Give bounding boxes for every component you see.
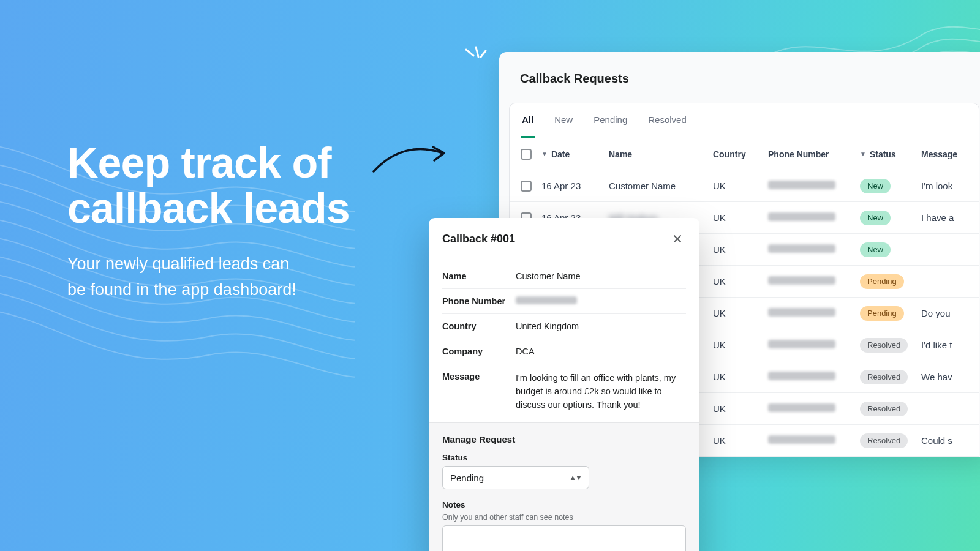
cell-country: UK: [713, 403, 768, 414]
notes-field-help: Only you and other staff can see notes: [442, 513, 686, 522]
notes-textarea[interactable]: [442, 525, 686, 551]
hero-subtitle: Your newly qualified leads can be found …: [67, 252, 435, 303]
status-badge: New: [860, 211, 891, 225]
cell-phone: [768, 435, 860, 446]
arrow-icon: [371, 142, 450, 179]
field-name-label: Name: [442, 271, 516, 281]
field-name-value: Customer Name: [516, 271, 686, 281]
tab-new[interactable]: New: [553, 103, 574, 138]
cell-country: UK: [713, 276, 768, 287]
field-message-value: I'm looking to fill an office with plant…: [516, 372, 686, 411]
status-badge: New: [860, 179, 891, 193]
column-status-label: Status: [870, 149, 896, 159]
cell-phone: [768, 244, 860, 255]
cell-phone: [768, 212, 860, 223]
column-date[interactable]: ▼Date: [541, 149, 609, 159]
cell-phone: [768, 308, 860, 318]
cell-country: UK: [713, 308, 768, 318]
status-badge: Resolved: [860, 370, 908, 384]
modal-title: Callback #001: [442, 233, 515, 246]
cell-status: Resolved: [860, 433, 921, 448]
cell-message: I'm look: [921, 181, 980, 191]
sort-caret-icon: ▼: [860, 151, 866, 157]
field-country-value: United Kingdom: [516, 321, 686, 331]
tab-pending[interactable]: Pending: [592, 103, 628, 138]
field-country-label: Country: [442, 321, 516, 331]
sort-caret-icon: ▼: [541, 151, 548, 157]
status-field-label: Status: [442, 453, 686, 462]
cell-name: Customer Name: [609, 181, 713, 191]
status-select[interactable]: Pending ▲▼: [442, 466, 589, 489]
column-country[interactable]: Country: [713, 149, 768, 159]
cell-phone: [768, 276, 860, 287]
status-badge: New: [860, 242, 891, 257]
svg-line-0: [466, 50, 473, 56]
cell-status: Pending: [860, 274, 921, 289]
status-select-value: Pending: [450, 473, 484, 483]
spark-icon: [462, 46, 489, 68]
cell-status: Resolved: [860, 402, 921, 416]
cell-message: Do you: [921, 308, 980, 318]
select-all-checkbox[interactable]: [521, 149, 532, 160]
row-checkbox[interactable]: [521, 181, 532, 192]
cell-country: UK: [713, 181, 768, 191]
tab-resolved[interactable]: Resolved: [647, 103, 688, 138]
field-company-value: DCA: [516, 347, 686, 356]
status-tabs: All New Pending Resolved: [509, 103, 979, 138]
column-status[interactable]: ▼Status: [860, 149, 921, 159]
cell-status: Pending: [860, 306, 921, 321]
cell-date: 16 Apr 23: [541, 181, 609, 191]
cell-status: Resolved: [860, 338, 921, 353]
close-icon[interactable]: [669, 230, 686, 247]
hero-sub-line2: be found in the app dashboard!: [67, 280, 296, 299]
hero-sub-line1: Your newly qualified leads can: [67, 255, 289, 273]
column-message[interactable]: Message: [921, 149, 980, 159]
hero-title-line1: Keep track of: [67, 139, 331, 187]
cell-phone: [768, 181, 860, 191]
cell-country: UK: [713, 435, 768, 446]
card-title: Callback Requests: [520, 72, 968, 86]
cell-phone: [768, 372, 860, 382]
table-header-row: ▼Date Name Country Phone Number ▼Status …: [510, 138, 979, 170]
cell-message: I have a: [921, 212, 980, 223]
manage-heading: Manage Request: [442, 434, 686, 444]
field-phone-value: [516, 296, 686, 306]
cell-message: I'd like t: [921, 340, 980, 350]
notes-field-label: Notes: [442, 500, 686, 509]
cell-phone: [768, 403, 860, 414]
column-date-label: Date: [551, 149, 570, 159]
cell-status: New: [860, 211, 921, 225]
tab-all[interactable]: All: [521, 103, 535, 138]
cell-phone: [768, 340, 860, 350]
column-name[interactable]: Name: [609, 149, 713, 159]
status-badge: Resolved: [860, 338, 908, 353]
status-badge: Pending: [860, 274, 904, 289]
svg-line-1: [476, 47, 478, 57]
callback-detail-modal: Callback #001 Name Customer Name Phone N…: [429, 218, 699, 551]
cell-status: New: [860, 179, 921, 193]
cell-country: UK: [713, 340, 768, 350]
cell-status: Resolved: [860, 370, 921, 384]
status-badge: Pending: [860, 306, 904, 321]
hero-title-line2: callback leads: [67, 184, 350, 232]
manage-request-section: Manage Request Status Pending ▲▼ Notes O…: [429, 422, 699, 551]
cell-message: We hav: [921, 372, 980, 382]
field-message-label: Message: [442, 372, 516, 381]
column-phone[interactable]: Phone Number: [768, 149, 860, 159]
cell-country: UK: [713, 372, 768, 382]
select-caret-icon: ▲▼: [569, 473, 581, 482]
status-badge: Resolved: [860, 402, 908, 416]
cell-status: New: [860, 242, 921, 257]
cell-country: UK: [713, 212, 768, 223]
cell-country: UK: [713, 244, 768, 255]
table-row[interactable]: 16 Apr 23Customer NameUKNewI'm look: [510, 170, 979, 202]
cell-message: Could s: [921, 435, 980, 446]
svg-line-2: [481, 51, 486, 57]
field-phone-label: Phone Number: [442, 296, 516, 306]
status-badge: Resolved: [860, 433, 908, 448]
field-company-label: Company: [442, 347, 516, 356]
